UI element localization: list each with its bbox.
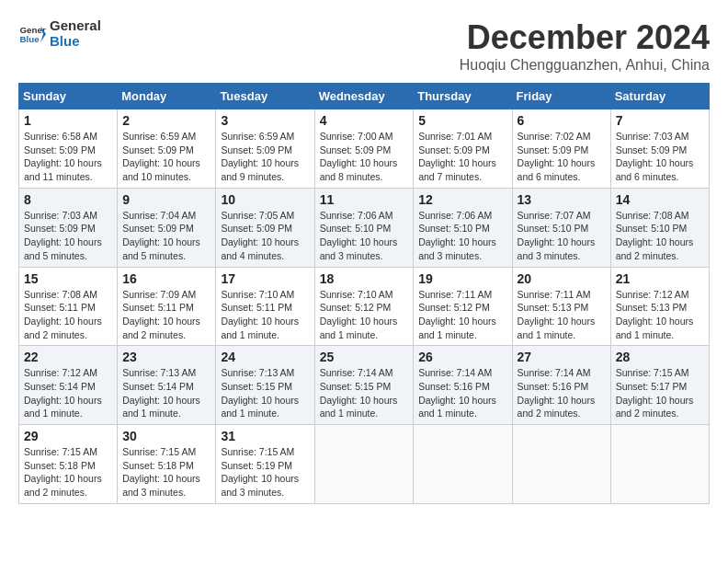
day-number: 27 <box>518 350 606 364</box>
day-info: Sunrise: 7:01 AM Sunset: 5:09 PM Dayligh… <box>418 130 506 184</box>
day-info: Sunrise: 7:03 AM Sunset: 5:09 PM Dayligh… <box>616 130 704 184</box>
calendar-cell: 1Sunrise: 6:58 AM Sunset: 5:09 PM Daylig… <box>19 109 118 189</box>
logo-icon: General Blue <box>18 20 46 48</box>
calendar-cell: 29Sunrise: 7:15 AM Sunset: 5:18 PM Dayli… <box>19 425 118 504</box>
day-info: Sunrise: 7:15 AM Sunset: 5:18 PM Dayligh… <box>122 445 210 500</box>
day-number: 6 <box>518 113 606 128</box>
weekday-wednesday: Wednesday <box>314 84 414 109</box>
day-info: Sunrise: 7:14 AM Sunset: 5:15 PM Dayligh… <box>320 366 409 420</box>
calendar-cell: 13Sunrise: 7:07 AM Sunset: 5:10 PM Dayli… <box>512 188 610 267</box>
calendar-week-4: 22Sunrise: 7:12 AM Sunset: 5:14 PM Dayli… <box>19 346 710 425</box>
calendar-week-3: 15Sunrise: 7:08 AM Sunset: 5:11 PM Dayli… <box>19 267 710 346</box>
calendar-cell: 25Sunrise: 7:14 AM Sunset: 5:15 PM Dayli… <box>314 346 414 425</box>
calendar-cell: 3Sunrise: 6:59 AM Sunset: 5:09 PM Daylig… <box>216 109 314 189</box>
header: General Blue General Blue December 2024 … <box>18 18 710 74</box>
day-number: 25 <box>320 350 409 364</box>
calendar: SundayMondayTuesdayWednesdayThursdayFrid… <box>18 83 710 504</box>
location-title: Huoqiu Chengguanzhen, Anhui, China <box>460 57 710 74</box>
calendar-cell: 22Sunrise: 7:12 AM Sunset: 5:14 PM Dayli… <box>19 346 118 425</box>
day-number: 10 <box>221 192 309 207</box>
day-number: 9 <box>122 192 210 207</box>
day-number: 21 <box>616 271 704 286</box>
day-info: Sunrise: 7:13 AM Sunset: 5:15 PM Dayligh… <box>221 366 309 420</box>
day-info: Sunrise: 7:14 AM Sunset: 5:16 PM Dayligh… <box>418 366 506 420</box>
day-number: 16 <box>122 271 210 286</box>
day-number: 14 <box>616 192 704 207</box>
day-number: 8 <box>24 192 112 207</box>
day-number: 23 <box>122 350 210 364</box>
title-area: December 2024 Huoqiu Chengguanzhen, Anhu… <box>460 18 710 74</box>
day-info: Sunrise: 7:02 AM Sunset: 5:09 PM Dayligh… <box>518 130 606 184</box>
calendar-cell: 31Sunrise: 7:15 AM Sunset: 5:19 PM Dayli… <box>216 425 314 504</box>
day-info: Sunrise: 7:13 AM Sunset: 5:14 PM Dayligh… <box>122 366 210 420</box>
calendar-cell: 10Sunrise: 7:05 AM Sunset: 5:09 PM Dayli… <box>216 188 314 267</box>
day-number: 2 <box>122 113 210 128</box>
calendar-cell: 30Sunrise: 7:15 AM Sunset: 5:18 PM Dayli… <box>118 425 216 504</box>
calendar-week-1: 1Sunrise: 6:58 AM Sunset: 5:09 PM Daylig… <box>19 109 710 189</box>
day-number: 30 <box>122 429 210 443</box>
day-info: Sunrise: 7:08 AM Sunset: 5:10 PM Dayligh… <box>616 209 704 263</box>
calendar-cell: 12Sunrise: 7:06 AM Sunset: 5:10 PM Dayli… <box>414 188 512 267</box>
day-info: Sunrise: 7:00 AM Sunset: 5:09 PM Dayligh… <box>320 130 409 184</box>
day-info: Sunrise: 7:15 AM Sunset: 5:19 PM Dayligh… <box>221 445 309 500</box>
day-number: 7 <box>616 113 704 128</box>
logo-general: General <box>50 18 101 34</box>
logo: General Blue General Blue <box>18 18 101 49</box>
calendar-cell: 15Sunrise: 7:08 AM Sunset: 5:11 PM Dayli… <box>19 267 118 346</box>
day-number: 12 <box>418 192 506 207</box>
calendar-cell: 20Sunrise: 7:11 AM Sunset: 5:13 PM Dayli… <box>512 267 610 346</box>
calendar-cell: 24Sunrise: 7:13 AM Sunset: 5:15 PM Dayli… <box>216 346 314 425</box>
calendar-cell: 6Sunrise: 7:02 AM Sunset: 5:09 PM Daylig… <box>512 109 610 189</box>
calendar-cell <box>512 425 610 504</box>
day-info: Sunrise: 7:03 AM Sunset: 5:09 PM Dayligh… <box>24 209 112 263</box>
day-number: 1 <box>24 113 112 128</box>
calendar-cell <box>610 425 709 504</box>
weekday-tuesday: Tuesday <box>216 84 314 109</box>
day-number: 20 <box>518 271 606 286</box>
day-info: Sunrise: 7:11 AM Sunset: 5:12 PM Dayligh… <box>418 288 506 342</box>
day-number: 13 <box>518 192 606 207</box>
calendar-cell: 17Sunrise: 7:10 AM Sunset: 5:11 PM Dayli… <box>216 267 314 346</box>
calendar-cell <box>414 425 512 504</box>
day-number: 3 <box>221 113 309 128</box>
day-info: Sunrise: 7:10 AM Sunset: 5:11 PM Dayligh… <box>221 288 309 342</box>
calendar-cell: 5Sunrise: 7:01 AM Sunset: 5:09 PM Daylig… <box>414 109 512 189</box>
day-info: Sunrise: 7:12 AM Sunset: 5:14 PM Dayligh… <box>24 366 112 420</box>
calendar-cell: 21Sunrise: 7:12 AM Sunset: 5:13 PM Dayli… <box>610 267 709 346</box>
calendar-cell: 19Sunrise: 7:11 AM Sunset: 5:12 PM Dayli… <box>414 267 512 346</box>
logo-blue: Blue <box>50 34 101 50</box>
day-info: Sunrise: 7:04 AM Sunset: 5:09 PM Dayligh… <box>122 209 210 263</box>
calendar-cell: 28Sunrise: 7:15 AM Sunset: 5:17 PM Dayli… <box>610 346 709 425</box>
day-info: Sunrise: 7:15 AM Sunset: 5:18 PM Dayligh… <box>24 445 112 500</box>
calendar-cell: 4Sunrise: 7:00 AM Sunset: 5:09 PM Daylig… <box>314 109 414 189</box>
calendar-cell: 18Sunrise: 7:10 AM Sunset: 5:12 PM Dayli… <box>314 267 414 346</box>
month-title: December 2024 <box>460 18 710 57</box>
weekday-friday: Friday <box>512 84 610 109</box>
weekday-saturday: Saturday <box>610 84 709 109</box>
day-number: 24 <box>221 350 309 364</box>
weekday-sunday: Sunday <box>19 84 118 109</box>
weekday-thursday: Thursday <box>414 84 512 109</box>
calendar-cell: 8Sunrise: 7:03 AM Sunset: 5:09 PM Daylig… <box>19 188 118 267</box>
calendar-cell: 7Sunrise: 7:03 AM Sunset: 5:09 PM Daylig… <box>610 109 709 189</box>
calendar-week-5: 29Sunrise: 7:15 AM Sunset: 5:18 PM Dayli… <box>19 425 710 504</box>
day-number: 22 <box>24 350 112 364</box>
weekday-monday: Monday <box>118 84 216 109</box>
day-number: 5 <box>418 113 506 128</box>
day-number: 19 <box>418 271 506 286</box>
weekday-header: SundayMondayTuesdayWednesdayThursdayFrid… <box>19 84 710 109</box>
day-number: 28 <box>616 350 704 364</box>
day-number: 26 <box>418 350 506 364</box>
day-info: Sunrise: 7:10 AM Sunset: 5:12 PM Dayligh… <box>320 288 409 342</box>
day-info: Sunrise: 7:08 AM Sunset: 5:11 PM Dayligh… <box>24 288 112 342</box>
day-info: Sunrise: 6:59 AM Sunset: 5:09 PM Dayligh… <box>122 130 210 184</box>
day-info: Sunrise: 7:14 AM Sunset: 5:16 PM Dayligh… <box>518 366 606 420</box>
day-info: Sunrise: 6:59 AM Sunset: 5:09 PM Dayligh… <box>221 130 309 184</box>
day-number: 18 <box>320 271 409 286</box>
calendar-cell: 14Sunrise: 7:08 AM Sunset: 5:10 PM Dayli… <box>610 188 709 267</box>
day-info: Sunrise: 7:11 AM Sunset: 5:13 PM Dayligh… <box>518 288 606 342</box>
day-info: Sunrise: 7:06 AM Sunset: 5:10 PM Dayligh… <box>418 209 506 263</box>
day-info: Sunrise: 7:15 AM Sunset: 5:17 PM Dayligh… <box>616 366 704 420</box>
svg-text:Blue: Blue <box>20 34 40 44</box>
day-info: Sunrise: 7:06 AM Sunset: 5:10 PM Dayligh… <box>320 209 409 263</box>
